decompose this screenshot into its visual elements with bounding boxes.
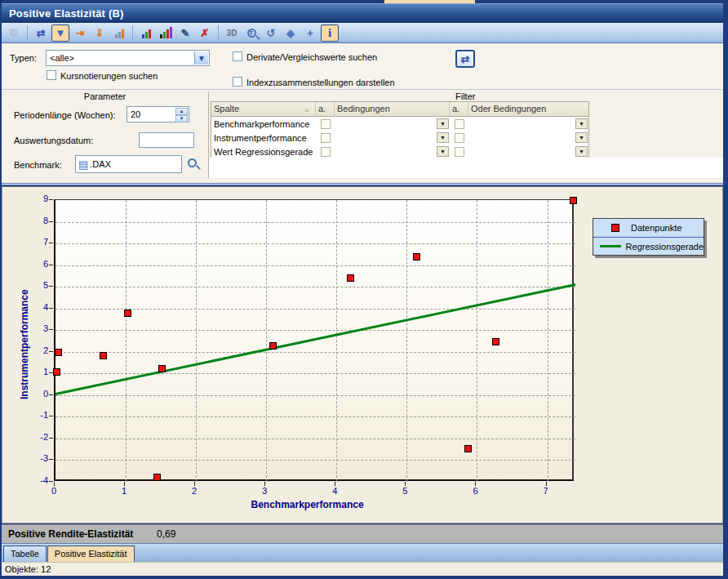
data-point[interactable] [570,197,577,204]
report-edit-icon[interactable]: ✎ [176,24,194,42]
and-checkbox[interactable] [321,147,331,157]
spin-down-icon[interactable]: ▼ [175,115,188,122]
and-checkbox[interactable] [455,133,464,143]
legend-entry[interactable]: Regressionsgerade [593,237,704,255]
and-checkbox[interactable] [455,147,464,157]
chevron-down-icon[interactable]: ▼ [575,118,588,129]
kursnotierungen-checkbox[interactable] [47,70,56,80]
delete-icon[interactable]: ✗ [196,24,214,42]
data-point[interactable] [413,253,420,261]
flip-icon[interactable]: ↺ [262,24,280,42]
y-tick-label: 2 [30,345,48,355]
result-bar: Positive Rendite-Elastizität 0,69 [2,524,723,543]
filter-icon[interactable]: ▼ [51,24,69,42]
rotate-box-icon: ◈ [286,27,295,39]
status-text: Objekte: 12 [5,564,51,574]
data-point[interactable] [153,474,161,481]
chevron-down-icon[interactable]: ▼ [194,51,208,65]
chart-panel: Instrumentperformance Benchmarkperforman… [2,186,723,523]
sort-icon: ▲ [304,106,310,114]
spinner-buttons[interactable]: ▲▼ [175,108,188,121]
chevron-down-icon[interactable]: ▼ [437,132,449,143]
info-icon[interactable]: i [321,24,339,42]
row-insert-icon[interactable]: ⇓ [91,24,109,42]
filter-row[interactable]: Wert Regressionsgerade▼▼ [211,145,588,158]
and-checkbox[interactable] [321,119,331,129]
column-header-spalte[interactable]: Spalte▲ [211,102,316,117]
column-header-bedingungen[interactable]: Bedingungen [335,102,450,117]
data-point[interactable] [100,352,107,359]
bedingungen-cell[interactable]: ▼ [335,131,450,145]
filter-icon: ▼ [55,27,66,39]
chevron-down-icon[interactable]: ▼ [437,118,449,129]
benchmark-field[interactable]: ▤ .DAX [75,155,182,173]
column-insert-icon: ⇥ [76,27,85,39]
typen-combobox[interactable]: <alle> ▼ [46,50,210,66]
search-panel: Typen: <alle> ▼ Kursnotierungen suchen D… [2,43,723,90]
legend-label: Datenpunkte [631,223,681,233]
x-tick [264,482,265,486]
refresh-button[interactable]: ⇄ [455,50,475,68]
data-point[interactable] [158,365,166,372]
spin-up-icon[interactable]: ▲ [175,108,188,115]
and-checkbox[interactable] [455,119,464,129]
column-header-a2[interactable]: a. [450,102,468,117]
periodenlaenge-spinner[interactable]: 20 ▲▼ [127,106,189,122]
x-tick [124,482,125,486]
auswertungsdatum-field[interactable] [139,132,194,148]
data-point[interactable] [55,349,62,356]
oder-bedingungen-cell[interactable]: ▼ [468,131,588,145]
data-point[interactable] [464,445,472,452]
bar-chart-icon[interactable] [137,24,155,42]
zoom-z-icon: z [247,29,256,38]
index-checkbox[interactable] [233,77,242,87]
y-tick-label: 5 [30,280,48,290]
oder-bedingungen-cell[interactable]: ▼ [468,117,588,131]
chevron-down-icon[interactable]: ▼ [575,132,588,143]
data-point[interactable] [124,310,131,317]
y-tick [49,416,53,416]
derivate-checkbox[interactable] [233,51,242,61]
benchmark-doc-icon: ▤ [76,158,90,171]
auswertungsdatum-input[interactable] [140,136,193,145]
x-tick-label: 6 [467,486,483,496]
color-chart-icon[interactable] [157,24,175,42]
refresh-icon[interactable]: ⇄ [32,24,50,42]
legend-entry[interactable]: Datenpunkte [593,219,704,237]
tab-tabelle[interactable]: Tabelle [3,546,47,562]
crosshair-icon: + [307,27,313,39]
histogram-icon[interactable] [110,24,128,42]
x-tick [194,482,195,486]
3d-icon[interactable]: 3D [223,24,241,42]
y-tick-label: 8 [30,216,48,225]
filter-row[interactable]: Instrumentperformance▼▼ [211,131,588,145]
flip-icon: ↺ [267,27,276,39]
chart-legend: DatenpunkteRegressionsgerade [593,218,704,256]
x-axis-label: Benchmarkperformance [251,499,364,510]
bedingungen-cell[interactable]: ▼ [335,117,450,131]
tab-positive-elastizitaet[interactable]: Positive Elastizität [47,546,135,562]
rotate-box-icon[interactable]: ◈ [282,24,300,42]
benchmark-search-icon[interactable] [188,158,197,167]
y-tick [49,308,53,309]
zoom-z-icon[interactable]: z [242,24,260,42]
data-point[interactable] [492,338,499,345]
chevron-down-icon[interactable]: ▼ [575,146,588,157]
data-point[interactable] [53,368,60,376]
filter-row[interactable]: Benchmarkperformance▼▼ [211,117,588,131]
crosshair-icon[interactable]: + [301,24,319,42]
data-point[interactable] [347,274,354,282]
column-header-oder[interactable]: Oder Bedingungen [468,102,588,117]
column-insert-icon[interactable]: ⇥ [71,24,89,42]
y-tick [49,372,53,373]
and-checkbox[interactable] [321,133,331,143]
data-point[interactable] [269,342,277,350]
plot-area [54,199,574,481]
periodenlaenge-label: Periodenlänge (Wochen): [14,110,116,120]
index-label: Indexzusammenstellungen darstellen [246,78,395,87]
oder-bedingungen-cell[interactable]: ▼ [468,145,588,158]
bedingungen-cell[interactable]: ▼ [335,145,450,158]
column-header-a1[interactable]: a. [316,102,335,117]
chevron-down-icon[interactable]: ▼ [437,146,449,157]
filter-table-header: Spalte▲ a. Bedingungen a. Oder Bedingung… [211,102,588,117]
